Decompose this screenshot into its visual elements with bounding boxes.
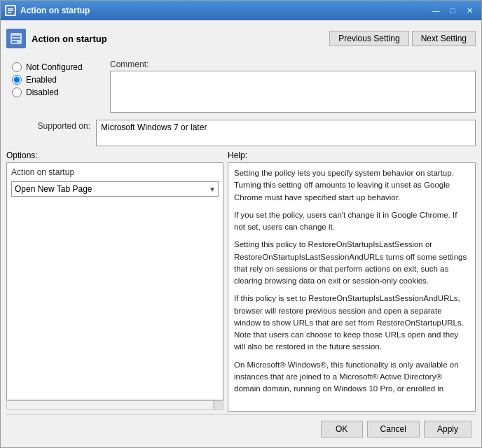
action-label: Action on startup <box>11 167 219 177</box>
not-configured-radio[interactable] <box>12 62 22 72</box>
title-bar-left: Action on startup <box>5 5 90 16</box>
supported-box: Microsoft Windows 7 or later <box>96 120 476 146</box>
help-paragraph-1: Setting the policy lets you specify syst… <box>234 167 469 204</box>
svg-rect-3 <box>8 12 11 13</box>
panels-row: Options: Action on startup Open New Tab … <box>6 150 476 412</box>
prev-setting-button[interactable]: Previous Setting <box>329 31 408 46</box>
radio-section: Not Configured Enabled Disabled <box>6 57 104 115</box>
title-buttons: — □ ✕ <box>428 4 477 17</box>
options-label: Options: <box>6 150 223 160</box>
comment-label: Comment: <box>110 59 476 69</box>
minimize-button[interactable]: — <box>428 4 443 17</box>
enabled-radio[interactable] <box>12 75 22 85</box>
enabled-option[interactable]: Enabled <box>12 75 99 85</box>
help-label: Help: <box>228 150 476 160</box>
options-scroll-row <box>6 400 223 412</box>
disabled-radio[interactable] <box>12 88 22 97</box>
ok-button[interactable]: OK <box>321 421 363 438</box>
supported-label: Supported on: <box>12 120 96 131</box>
apply-button[interactable]: Apply <box>424 421 471 438</box>
policy-icon <box>6 29 26 48</box>
cancel-button[interactable]: Cancel <box>367 421 420 438</box>
window-icon <box>5 5 16 16</box>
close-button[interactable]: ✕ <box>462 4 477 17</box>
next-setting-button[interactable]: Next Setting <box>412 31 476 46</box>
content-area: Action on startup Previous Setting Next … <box>1 20 481 447</box>
window-title: Action on startup <box>20 6 90 15</box>
svg-rect-1 <box>8 8 13 10</box>
help-paragraph-4: If this policy is set to RestoreOnStartu… <box>234 293 469 353</box>
supported-value: Microsoft Windows 7 or later <box>101 122 471 132</box>
header-row: Action on startup Previous Setting Next … <box>6 26 476 51</box>
not-configured-label: Not Configured <box>26 62 83 72</box>
footer: OK Cancel Apply <box>6 414 476 442</box>
header-title: Action on startup <box>32 34 107 44</box>
svg-rect-7 <box>12 41 17 43</box>
enabled-label: Enabled <box>26 75 57 85</box>
help-panel: Help: Setting the policy lets you specif… <box>228 150 476 412</box>
startup-action-dropdown[interactable]: Open New Tab Page Restore the last sessi… <box>11 181 219 197</box>
radio-comment-row: Not Configured Enabled Disabled Comment: <box>6 57 476 115</box>
disabled-option[interactable]: Disabled <box>12 88 99 97</box>
dropdown-wrapper: Open New Tab Page Restore the last sessi… <box>11 181 219 197</box>
help-paragraph-5: On Microsoft® Windows®, this functionali… <box>234 359 469 396</box>
supported-row: Supported on: Microsoft Windows 7 or lat… <box>6 120 476 146</box>
options-horizontal-scrollbar[interactable] <box>6 400 214 410</box>
header-left: Action on startup <box>6 29 107 48</box>
help-paragraph-2: If you set the policy, users can't chang… <box>234 209 469 234</box>
options-panel: Options: Action on startup Open New Tab … <box>6 150 223 412</box>
svg-rect-5 <box>12 36 20 37</box>
main-window: Action on startup — □ ✕ Action on startu <box>0 0 482 448</box>
maximize-button[interactable]: □ <box>445 4 460 17</box>
help-content: Setting the policy lets you specify syst… <box>228 162 476 412</box>
help-paragraph-3: Setting this policy to RestoreOnStartupI… <box>234 239 469 287</box>
disabled-label: Disabled <box>26 88 59 97</box>
comment-textarea[interactable] <box>110 71 476 113</box>
scroll-corner <box>214 400 223 410</box>
title-bar: Action on startup — □ ✕ <box>1 1 481 20</box>
svg-rect-6 <box>12 38 20 40</box>
comment-section: Comment: <box>104 57 476 115</box>
nav-buttons: Previous Setting Next Setting <box>329 31 476 46</box>
options-content: Action on startup Open New Tab Page Rest… <box>6 162 223 400</box>
svg-rect-2 <box>8 10 13 12</box>
not-configured-option[interactable]: Not Configured <box>12 62 99 72</box>
